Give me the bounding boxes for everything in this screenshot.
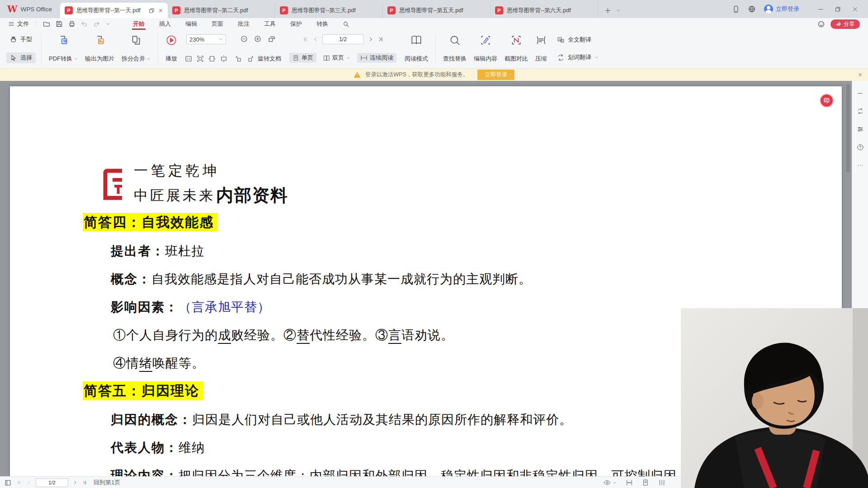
more-ellipsis-icon[interactable] [857,162,864,169]
zoom-in-icon[interactable] [254,35,262,43]
edit-content-label: 编辑内容 [474,55,497,63]
tab-list-chevron-icon[interactable] [616,8,621,13]
menu-page[interactable]: 页面 [204,18,231,30]
ribbon-toolbar: 手型 选择 W PDF转换 输出为图片 拆分合并 播放 230% 1:1 [0,30,868,69]
fit-page-icon[interactable] [196,55,204,63]
document-tab-5[interactable]: P 思维导图带背--第六天.pdf [491,3,598,18]
back-to-first-page-button[interactable]: 回到第1页 [94,479,120,487]
continuous-read-button[interactable]: 连续阅读 [357,53,396,63]
compress-button[interactable]: 压缩 [532,33,551,65]
app-logo: W WPS Office [0,0,60,18]
section-title-q5: 简答五：归因理论 [83,381,203,400]
read-mode-button[interactable]: 阅读模式 [401,33,432,65]
restore-button[interactable] [831,2,844,16]
menu-convert[interactable]: 转换 [309,18,335,30]
save-icon[interactable] [56,20,63,28]
view-options-button[interactable] [604,479,617,486]
next-page-icon[interactable] [368,36,374,42]
hand-tool-button[interactable]: 手型 [6,34,36,45]
sync-icon[interactable] [857,108,864,115]
settings-sliders-icon[interactable] [857,126,864,133]
prev-page-icon[interactable] [312,36,319,42]
menu-insert[interactable]: 插入 [152,18,178,30]
thumbnail-panel-icon[interactable] [5,479,11,486]
notification-login-button[interactable]: 立即登录 [477,70,514,80]
undo-icon[interactable] [81,21,88,28]
scrollbar-thumb[interactable] [846,84,850,173]
document-tab-1[interactable]: P 思维导图带背--第一天.pdf ✕ [60,3,168,18]
globe-icon[interactable] [748,5,756,13]
compress-icon [535,34,547,46]
last-page-icon[interactable] [82,480,87,485]
document-tab-3[interactable]: P 思维导图带背--第三天.pdf [275,3,383,18]
theme-face-icon[interactable] [817,20,825,28]
compare-icon [510,34,522,46]
history-chevron-icon[interactable] [105,22,110,27]
rotate-right-icon[interactable] [246,55,254,63]
login-entry[interactable]: 立即登录 [764,5,799,14]
full-translate-button[interactable]: A文 全文翻译 [553,34,602,45]
share-button[interactable]: 分享 [830,19,860,29]
rotate-doc-label[interactable]: 旋转文档 [258,55,281,63]
actual-size-icon[interactable]: 1:1 [184,55,193,63]
page-number-input[interactable] [322,34,364,44]
document-tab-2[interactable]: P 思维导图带背--第二天.pdf [168,3,275,18]
play-slideshow-button[interactable]: 播放 [162,33,181,65]
single-page-icon [292,55,299,61]
file-menu[interactable]: 文件 [4,18,33,30]
word-translate-button[interactable]: 划词翻译 [553,52,602,63]
status-page-input[interactable] [36,479,68,487]
menu-protect[interactable]: 保护 [283,18,309,30]
double-page-button[interactable]: 双页 [320,53,354,63]
tab-label: 思维导图带背--第一天.pdf [76,7,145,14]
screenshot-compare-label: 截图对比 [505,55,528,63]
export-image-button[interactable]: 输出为图片 [81,33,118,65]
menu-home[interactable]: 开始 [126,18,152,30]
detach-window-icon[interactable] [149,8,155,14]
fit-height-icon[interactable] [220,55,228,63]
menu-edit[interactable]: 编辑 [178,18,204,30]
minimize-button[interactable] [814,2,827,16]
close-button[interactable] [848,2,862,16]
hand-tool-label: 手型 [20,35,32,43]
rotate-left-icon[interactable] [235,55,243,63]
tab-close-icon[interactable]: ✕ [158,7,163,14]
notification-close-icon[interactable]: ✕ [858,71,863,78]
edit-content-button[interactable]: 编辑内容 [470,33,501,65]
multi-column-view-icon[interactable] [658,479,665,486]
first-page-icon[interactable] [17,480,22,485]
single-page-button[interactable]: 单页 [289,53,316,63]
document-tab-4[interactable]: P 思维导图带背--第五天.pdf [383,3,491,18]
collapse-icon[interactable] [857,90,863,97]
zoom-out-icon[interactable] [240,35,248,43]
screenshot-compare-button[interactable]: 截图对比 [501,33,532,65]
select-tool-button[interactable]: 选择 [6,52,36,63]
word-translate-label: 划词翻译 [568,53,591,61]
pdf-convert-button[interactable]: W PDF转换 [45,33,81,65]
menu-comment[interactable]: 批注 [231,18,257,30]
help-icon[interactable] [857,144,864,151]
fit-width-view-icon[interactable] [626,479,633,486]
zoom-level-value: 230% [189,36,204,43]
rotate-pages-icon[interactable] [267,34,276,43]
prev-page-icon[interactable] [26,480,32,485]
menu-tools[interactable]: 工具 [257,18,283,30]
first-page-icon[interactable] [302,36,309,42]
find-replace-button[interactable]: 查找替换 [439,33,470,65]
export-image-label: 输出为图片 [85,55,114,63]
open-folder-icon[interactable] [43,20,50,28]
new-tab-icon[interactable] [604,7,611,14]
zoom-level-combobox[interactable]: 230% [186,34,226,44]
mobile-device-icon[interactable] [732,5,740,13]
stamp-seal-button[interactable]: 印 [821,94,833,107]
fit-page-view-icon[interactable] [642,479,649,486]
double-page-icon [323,55,330,61]
menu-search-icon[interactable] [343,21,349,28]
fit-width-icon[interactable] [208,55,216,63]
last-page-icon[interactable] [377,36,384,42]
redo-icon[interactable] [93,21,100,28]
next-page-icon[interactable] [72,480,78,485]
split-merge-button[interactable]: 拆分合并 [118,33,154,65]
print-icon[interactable] [68,20,75,28]
tab-label: 思维导图带背--第六天.pdf [507,7,593,14]
